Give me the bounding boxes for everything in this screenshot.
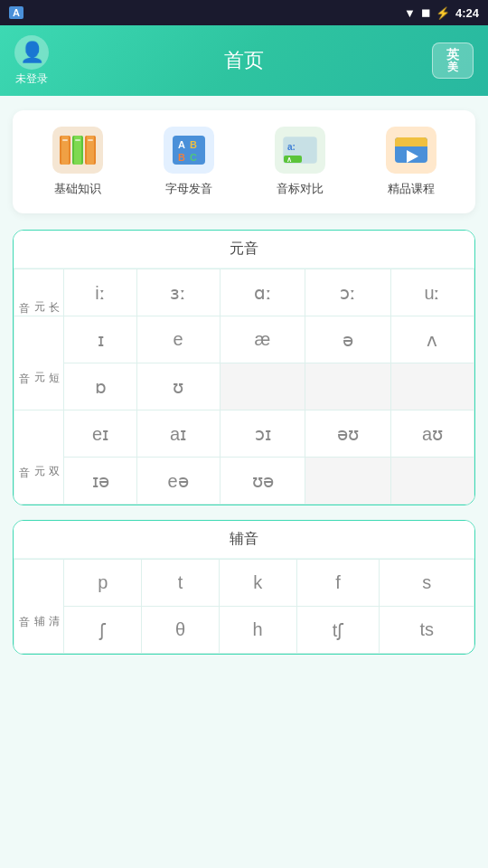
phoneme-cell[interactable]: ɒ bbox=[64, 363, 136, 410]
phoneme-cell[interactable]: æ bbox=[220, 316, 305, 363]
empty-cell bbox=[305, 363, 391, 410]
nav-basics[interactable]: 基础知识 bbox=[52, 127, 103, 197]
phoneme-cell[interactable]: ʊ bbox=[136, 363, 220, 410]
phoneme-cell[interactable]: ɔɪ bbox=[220, 410, 305, 458]
consonants-table: 清辅音 p t k f s ʃ θ h tʃ ts bbox=[14, 559, 474, 654]
vowels-section: 元音 长元音 iː ɜː ɑː ɔː uː 短元音 ɪ e æ ə ʌ bbox=[13, 230, 475, 505]
language-toggle[interactable]: 英 美 bbox=[432, 42, 474, 79]
phoneme-cell[interactable]: ʊə bbox=[220, 458, 305, 505]
phoneme-cell[interactable]: f bbox=[296, 560, 380, 607]
phoneme-cell[interactable]: eə bbox=[136, 458, 220, 505]
diphthongs-label: 双元音 bbox=[14, 410, 64, 505]
basics-icon-box bbox=[52, 127, 103, 174]
course-label: 精品课程 bbox=[388, 181, 435, 197]
phoneme-cell[interactable]: aʊ bbox=[390, 410, 474, 458]
long-vowels-label: 长元音 bbox=[14, 269, 64, 316]
keyboard-icon: A bbox=[9, 6, 23, 19]
phoneme-cell[interactable]: ɑː bbox=[220, 269, 305, 316]
phoneme-cell[interactable]: h bbox=[219, 607, 296, 654]
course-icon bbox=[391, 132, 431, 168]
login-status: 未登录 bbox=[15, 71, 48, 87]
phoneme-cell[interactable]: uː bbox=[390, 269, 474, 316]
svg-text:C: C bbox=[190, 152, 197, 163]
phoneme-cell[interactable]: ʌ bbox=[390, 316, 474, 363]
main-content: 基础知识 A B B C 字母发音 a: ∧ bbox=[0, 96, 488, 684]
empty-cell bbox=[305, 458, 391, 505]
clear-consonants-label: 清辅音 bbox=[14, 560, 64, 654]
phoneme-icon: a: ∧ bbox=[280, 132, 320, 168]
empty-cell bbox=[220, 363, 305, 410]
long-vowels-row: 长元音 iː ɜː ɑː ɔː uː bbox=[14, 269, 474, 316]
phoneme-cell[interactable]: ɜː bbox=[136, 269, 220, 316]
course-icon-box bbox=[386, 127, 436, 174]
svg-text:A: A bbox=[178, 139, 185, 150]
phoneme-cell[interactable]: s bbox=[380, 560, 474, 607]
svg-rect-20 bbox=[395, 143, 427, 146]
phoneme-cell[interactable]: əʊ bbox=[305, 410, 391, 458]
vowels-title: 元音 bbox=[14, 231, 474, 269]
empty-cell bbox=[390, 458, 474, 505]
phoneme-cell[interactable]: eɪ bbox=[64, 410, 136, 458]
nav-icons-row: 基础知识 A B B C 字母发音 a: ∧ bbox=[13, 110, 475, 213]
phoneme-cell[interactable]: p bbox=[64, 560, 142, 607]
nav-course[interactable]: 精品课程 bbox=[386, 127, 436, 197]
clear-consonants-row2: ʃ θ h tʃ ts bbox=[14, 607, 474, 654]
nav-alphabet[interactable]: A B B C 字母发音 bbox=[164, 127, 214, 197]
wifi-icon: ▼ bbox=[404, 6, 416, 20]
diphthongs-row1: 双元音 eɪ aɪ ɔɪ əʊ aʊ bbox=[14, 410, 474, 458]
svg-rect-8 bbox=[88, 139, 93, 141]
app-header: 👤 未登录 首页 英 美 bbox=[0, 25, 488, 96]
short-vowels-row1: 短元音 ɪ e æ ə ʌ bbox=[14, 316, 474, 363]
svg-text:a:: a: bbox=[287, 142, 296, 152]
vowels-table: 长元音 iː ɜː ɑː ɔː uː 短元音 ɪ e æ ə ʌ ɒ ʊ bbox=[14, 269, 474, 505]
alphabet-icon: A B B C bbox=[169, 132, 209, 168]
alphabet-icon-box: A B B C bbox=[164, 127, 214, 174]
short-vowels-label: 短元音 bbox=[14, 316, 64, 410]
phoneme-icon-box: a: ∧ bbox=[275, 127, 325, 174]
lang-en: 英 bbox=[446, 48, 459, 61]
user-profile[interactable]: 👤 未登录 bbox=[14, 35, 49, 87]
svg-text:B: B bbox=[190, 139, 197, 150]
phoneme-cell[interactable]: iː bbox=[64, 269, 136, 316]
phoneme-cell[interactable]: ɔː bbox=[305, 269, 391, 316]
status-left: A bbox=[9, 6, 23, 19]
phoneme-cell[interactable]: k bbox=[219, 560, 296, 607]
status-bar: A ▼ ◼ ⚡ 4:24 bbox=[0, 0, 488, 25]
basics-label: 基础知识 bbox=[54, 181, 101, 197]
alphabet-label: 字母发音 bbox=[165, 181, 212, 197]
consonants-section: 辅音 清辅音 p t k f s ʃ θ h tʃ ts bbox=[13, 520, 475, 655]
svg-rect-6 bbox=[62, 139, 68, 141]
page-title: 首页 bbox=[224, 47, 264, 74]
phoneme-cell[interactable]: t bbox=[142, 560, 220, 607]
short-vowels-row2: ɒ ʊ bbox=[14, 363, 474, 410]
clear-consonants-row1: 清辅音 p t k f s bbox=[14, 560, 474, 607]
battery-icon: ⚡ bbox=[436, 6, 450, 20]
phoneme-cell[interactable]: θ bbox=[142, 607, 220, 654]
empty-cell bbox=[390, 363, 474, 410]
phoneme-cell[interactable]: tʃ bbox=[296, 607, 380, 654]
svg-text:∧: ∧ bbox=[286, 156, 292, 164]
phoneme-cell[interactable]: ʃ bbox=[64, 607, 142, 654]
phoneme-cell[interactable]: ɪə bbox=[64, 458, 136, 505]
phoneme-cell[interactable]: ə bbox=[305, 316, 391, 363]
time-display: 4:24 bbox=[455, 6, 479, 20]
svg-text:B: B bbox=[178, 152, 185, 163]
phoneme-label: 音标对比 bbox=[277, 181, 324, 197]
phoneme-cell[interactable]: ts bbox=[380, 607, 474, 654]
svg-rect-7 bbox=[75, 139, 80, 141]
signal-icon: ◼ bbox=[421, 6, 430, 19]
nav-phoneme[interactable]: a: ∧ 音标对比 bbox=[275, 127, 325, 197]
phoneme-cell[interactable]: aɪ bbox=[136, 410, 220, 458]
consonants-title: 辅音 bbox=[14, 521, 474, 559]
diphthongs-row2: ɪə eə ʊə bbox=[14, 458, 474, 505]
phoneme-cell[interactable]: ɪ bbox=[64, 316, 136, 363]
books-icon bbox=[58, 132, 98, 168]
lang-us: 美 bbox=[447, 61, 458, 73]
phoneme-cell[interactable]: e bbox=[136, 316, 220, 363]
status-right: ▼ ◼ ⚡ 4:24 bbox=[404, 6, 479, 20]
avatar: 👤 bbox=[14, 35, 49, 70]
